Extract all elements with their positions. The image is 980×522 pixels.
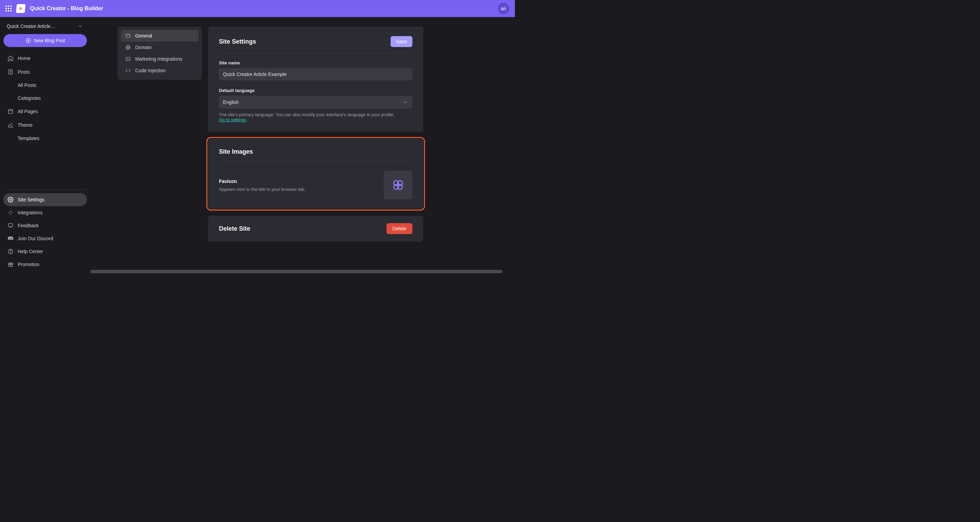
sidebar-item-theme[interactable]: Theme	[3, 118, 87, 131]
site-settings-title: Site Settings	[219, 38, 256, 45]
home-icon	[8, 55, 14, 61]
document-icon	[8, 69, 14, 75]
topbar: B Quick Creator - Blog Builder an	[0, 0, 515, 17]
sidebar-item-home[interactable]: Home	[3, 52, 87, 65]
default-language-value: English	[223, 99, 239, 105]
sidebar-item-promotion[interactable]: Promotion	[3, 258, 87, 271]
code-icon	[125, 67, 131, 73]
favicon-label: Favicon	[219, 179, 305, 184]
feedback-icon	[8, 222, 14, 228]
marketing-icon	[125, 56, 131, 62]
settings-nav-general[interactable]: General	[121, 30, 199, 42]
delete-site-card: Delete Site Delete	[208, 216, 423, 241]
sidebar: Quick Creator Article… New Blog Post Hom…	[0, 17, 90, 274]
svg-rect-10	[8, 223, 13, 227]
sidebar-item-label: Join Our Discord	[18, 236, 53, 241]
new-blog-post-label: New Blog Post	[34, 38, 65, 43]
settings-nav-domain[interactable]: Domain	[121, 42, 199, 53]
sidebar-item-label: Theme	[18, 122, 33, 128]
sidebar-item-label: Categories	[18, 96, 41, 101]
favicon-description: Appears next to the title in your browse…	[219, 187, 305, 192]
sidebar-item-categories[interactable]: Categories	[3, 92, 87, 104]
sidebar-item-templates[interactable]: Templates	[3, 132, 87, 144]
settings-nav-label: Code Injection	[135, 68, 166, 73]
integrations-icon	[8, 209, 14, 216]
favicon-icon	[392, 179, 404, 191]
sidebar-item-label: Promotion	[18, 262, 40, 267]
sidebar-item-discord[interactable]: Join Our Discord	[3, 232, 87, 245]
svg-rect-21	[126, 57, 130, 60]
scrollbar-thumb[interactable]	[90, 270, 502, 273]
plus-circle-icon	[25, 37, 31, 44]
globe-icon	[125, 44, 131, 50]
delete-site-title: Delete Site	[219, 225, 250, 232]
default-language-select[interactable]: English	[219, 96, 412, 109]
site-images-title: Site Images	[219, 148, 253, 155]
sidebar-item-label: Posts	[18, 69, 30, 75]
sidebar-item-label: All Posts	[18, 83, 36, 88]
sidebar-item-label: All Pages	[18, 109, 38, 114]
sidebar-item-posts[interactable]: Posts	[3, 65, 87, 78]
gear-icon	[8, 196, 14, 203]
horizontal-scrollbar[interactable]	[90, 269, 515, 274]
svg-rect-7	[8, 109, 13, 113]
sidebar-item-label: Site Settings	[18, 197, 45, 203]
language-helper-text: The site's primary language. You can als…	[219, 112, 395, 117]
site-switcher[interactable]: Quick Creator Article…	[3, 21, 87, 32]
settings-nav-label: Domain	[135, 45, 151, 50]
sidebar-item-label: Templates	[18, 136, 40, 141]
new-blog-post-button[interactable]: New Blog Post	[3, 34, 87, 47]
svg-point-12	[10, 252, 11, 253]
help-icon	[8, 248, 14, 254]
sidebar-item-label: Home	[18, 56, 30, 61]
svg-point-9	[10, 199, 11, 201]
site-name-label: Site name	[219, 60, 412, 65]
topbar-left: B Quick Creator - Blog Builder	[5, 4, 103, 13]
avatar[interactable]: an	[498, 3, 509, 14]
app-title: Quick Creator - Blog Builder	[30, 5, 103, 11]
theme-icon	[8, 122, 14, 128]
language-helper: The site's primary language. You can als…	[219, 112, 412, 122]
sidebar-item-label: Feedback	[18, 223, 38, 228]
sidebar-item-help[interactable]: Help Center	[3, 245, 87, 258]
svg-rect-16	[126, 34, 130, 37]
favicon-upload[interactable]	[384, 171, 412, 200]
sidebar-item-all-posts[interactable]: All Posts	[3, 79, 87, 91]
site-images-card: Site Images Favicon Appears next to the …	[208, 139, 423, 209]
sidebar-item-label: Help Center	[18, 249, 43, 254]
default-language-label: Default language	[219, 88, 412, 93]
sidebar-item-integrations[interactable]: Integrations	[3, 206, 87, 219]
settings-nav-marketing[interactable]: Marketing Integrations	[121, 53, 199, 65]
chevron-down-icon	[77, 23, 83, 29]
gift-icon	[8, 261, 14, 268]
content-area: General Domain Marketing Integrations Co…	[90, 17, 515, 274]
app-grid-icon[interactable]	[5, 5, 11, 11]
pages-icon	[8, 109, 14, 115]
discord-icon	[8, 235, 14, 241]
app-logo-icon: B	[16, 4, 26, 13]
go-to-settings-link[interactable]: Go to settings	[219, 117, 246, 122]
site-settings-card: Site Settings Save Site name Default lan…	[208, 27, 423, 132]
settings-nav-code[interactable]: Code Injection	[121, 65, 199, 76]
save-button[interactable]: Save	[391, 36, 412, 47]
chevron-down-icon	[402, 99, 408, 105]
browser-icon	[125, 33, 131, 39]
settings-nav-label: General	[135, 33, 152, 38]
sidebar-item-feedback[interactable]: Feedback	[3, 219, 87, 232]
site-name-input[interactable]	[219, 68, 412, 80]
sidebar-item-all-pages[interactable]: All Pages	[3, 105, 87, 118]
settings-nav-label: Marketing Integrations	[135, 56, 183, 62]
sidebar-item-label: Integrations	[18, 210, 43, 216]
settings-subnav: General Domain Marketing Integrations Co…	[118, 27, 202, 80]
site-switcher-label: Quick Creator Article…	[7, 24, 55, 29]
delete-button[interactable]: Delete	[387, 223, 412, 234]
sidebar-item-site-settings[interactable]: Site Settings	[3, 193, 87, 206]
